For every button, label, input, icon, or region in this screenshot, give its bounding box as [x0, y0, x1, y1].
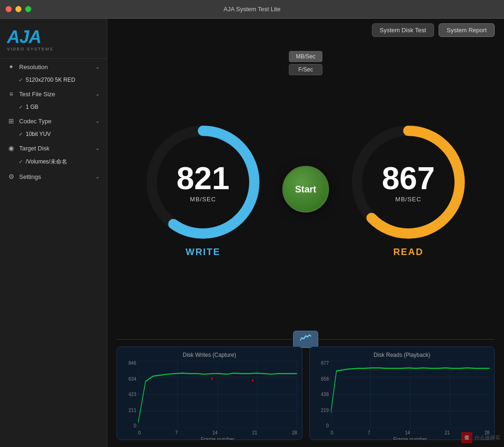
svg-point-14: [211, 378, 213, 380]
aja-logo: AJA VIDEO SYSTEMS: [7, 28, 100, 51]
window-controls: [6, 6, 31, 12]
write-y-label-4: 0: [133, 423, 136, 428]
sidebar-item-codec-type[interactable]: ⊞ Codec Type ⌄: [0, 113, 107, 129]
test-file-size-chevron: ⌄: [95, 91, 100, 97]
read-gauge-svg-wrapper: 867 MB/SEC: [348, 121, 469, 243]
top-bar: System Disk Test System Report: [107, 19, 504, 42]
test-file-size-value: 1 GB: [26, 104, 38, 110]
read-y-label-2: 438: [321, 392, 329, 397]
read-chart-svg: [331, 361, 490, 428]
chart-toggle-button[interactable]: [293, 331, 318, 348]
start-button-wrapper: Start: [282, 166, 329, 213]
write-y-label-0: 846: [128, 361, 136, 366]
watermark-text: 什么值得买: [475, 434, 500, 441]
test-file-size-value-row: ✓ 1 GB: [0, 102, 107, 113]
f-sec-button[interactable]: F/Sec: [289, 64, 322, 75]
target-disk-check: ✓: [19, 159, 23, 165]
read-y-label-0: 877: [321, 361, 329, 366]
read-chart-area: 0 7 14 21 28 Frame number: [331, 361, 490, 438]
read-y-label-4: 0: [326, 423, 329, 428]
read-y-axis: 877 658 438 219 0: [315, 361, 331, 438]
write-label: WRITE: [186, 247, 220, 257]
svg-point-15: [252, 379, 253, 381]
codec-type-icon: ⊞: [7, 117, 15, 125]
codec-type-value-row: ✓ 10bit YUV: [0, 129, 107, 140]
write-y-label-1: 634: [128, 376, 136, 382]
read-x-2: 14: [405, 430, 410, 435]
read-value: 867: [382, 162, 434, 193]
write-x-title: Frame number: [138, 436, 297, 440]
target-disk-label: Target Disk: [19, 145, 49, 152]
target-disk-value-row: ✓ /Volumes/未命名: [0, 156, 107, 169]
settings-label: Settings: [19, 173, 41, 180]
test-file-size-icon: ≡: [7, 90, 15, 98]
write-y-axis: 846 634 423 211 0: [122, 361, 138, 438]
target-disk-icon: ◉: [7, 144, 15, 152]
read-gauge-container: 867 MB/SEC READ: [348, 121, 469, 257]
read-label: READ: [393, 247, 424, 257]
sidebar: AJA VIDEO SYSTEMS ✦ Resolution ⌄ ✓ 5120x…: [0, 19, 107, 447]
system-disk-test-button[interactable]: System Disk Test: [372, 23, 434, 37]
read-unit: MB/SEC: [382, 195, 434, 202]
read-y-label-1: 658: [321, 376, 329, 382]
maximize-button[interactable]: [25, 6, 31, 12]
app-body: AJA VIDEO SYSTEMS ✦ Resolution ⌄ ✓ 5120x…: [0, 19, 504, 447]
chart-icon: [300, 334, 311, 345]
write-unit: MB/SEC: [176, 195, 229, 202]
sidebar-item-target-disk[interactable]: ◉ Target Disk ⌄: [0, 140, 107, 156]
aja-logo-sub: VIDEO SYSTEMS: [7, 47, 54, 51]
write-chart-box: Disk Writes (Capture) 846 634 423 211 0: [117, 347, 302, 440]
resolution-value: 5120x2700 5K RED: [26, 77, 75, 83]
charts-area: Disk Writes (Capture) 846 634 423 211 0: [107, 342, 504, 447]
test-file-size-check: ✓: [19, 104, 23, 110]
divider-line-left: [117, 339, 296, 340]
minimize-button[interactable]: [15, 6, 21, 12]
mb-sec-button[interactable]: MB/Sec: [289, 51, 322, 62]
codec-type-check: ✓: [19, 131, 23, 137]
write-x-labels: 0 7 14 21 28: [138, 430, 297, 435]
target-disk-chevron: ⌄: [95, 145, 100, 151]
write-chart-inner: 846 634 423 211 0: [122, 361, 297, 438]
codec-type-value: 10bit YUV: [26, 131, 51, 137]
codec-type-label: Codec Type: [19, 118, 51, 125]
titlebar: AJA System Test Lite: [0, 0, 504, 19]
logo-area: AJA VIDEO SYSTEMS: [0, 23, 107, 59]
write-gauge-svg-wrapper: 821 MB/SEC: [142, 121, 264, 243]
resolution-label: Resolution: [19, 64, 48, 71]
sidebar-item-resolution[interactable]: ✦ Resolution ⌄: [0, 59, 107, 75]
write-gauge-container: 821 MB/SEC WRITE: [142, 121, 264, 257]
gauges-area: MB/Sec F/Sec 821 MB/SEC: [107, 42, 504, 337]
unit-selector: MB/Sec F/Sec: [289, 51, 322, 75]
app-title: AJA System Test Lite: [224, 6, 280, 13]
watermark: 值 什么值得买: [461, 432, 500, 443]
watermark-icon: 值: [461, 432, 472, 443]
read-x-3: 21: [445, 430, 450, 435]
write-x-0: 0: [138, 430, 141, 435]
settings-icon: ⚙: [7, 172, 15, 181]
read-chart-title: Disk Reads (Playback): [315, 352, 490, 358]
read-gauge-center: 867 MB/SEC: [382, 162, 434, 202]
resolution-check: ✓: [19, 77, 23, 83]
write-chart-svg: [138, 361, 297, 428]
aja-logo-text: AJA: [7, 28, 41, 46]
read-chart-inner: 877 658 438 219 0: [315, 361, 490, 438]
settings-chevron: ⌄: [95, 173, 100, 180]
sidebar-item-settings[interactable]: ⚙ Settings ⌄: [0, 169, 107, 184]
start-button[interactable]: Start: [282, 166, 329, 213]
system-report-button[interactable]: System Report: [439, 23, 495, 37]
sidebar-item-test-file-size[interactable]: ≡ Test File Size ⌄: [0, 86, 107, 102]
write-chart-title: Disk Writes (Capture): [122, 352, 297, 358]
resolution-chevron: ⌄: [95, 64, 100, 70]
close-button[interactable]: [6, 6, 12, 12]
write-x-1: 7: [175, 430, 178, 435]
read-y-label-3: 219: [321, 408, 329, 413]
write-gauge-center: 821 MB/SEC: [176, 162, 229, 202]
read-x-1: 7: [368, 430, 371, 435]
write-x-2: 14: [212, 430, 217, 435]
write-y-label-2: 423: [128, 392, 136, 397]
target-disk-value: /Volumes/未命名: [26, 158, 67, 166]
test-file-size-label: Test File Size: [19, 91, 55, 98]
write-chart-area: 0 7 14 21 28 Frame number: [138, 361, 297, 438]
divider-area: [107, 337, 504, 342]
resolution-icon: ✦: [7, 63, 15, 71]
